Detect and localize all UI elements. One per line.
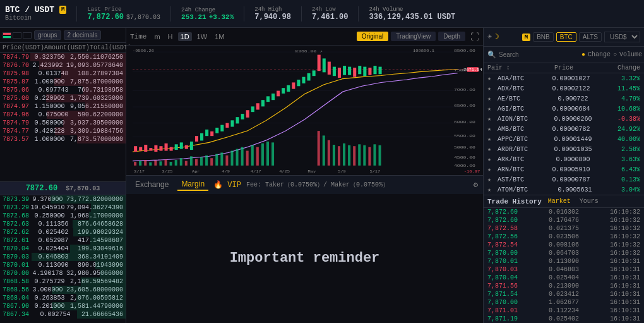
- ob-buy-icon[interactable]: [23, 32, 32, 39]
- ob-sell-icon[interactable]: [13, 32, 21, 39]
- star-icon[interactable]: ★: [487, 146, 491, 153]
- pair-list-item[interactable]: ★ ATOM/BTC 0.0005631 3.04%: [484, 185, 644, 195]
- sell-order-row[interactable]: 7874.97 1.150000 9,056.21550000: [0, 102, 126, 111]
- star-icon[interactable]: ★: [487, 126, 491, 133]
- type-depth[interactable]: Depth: [438, 32, 465, 41]
- trade-time: 16:10:31: [610, 291, 640, 298]
- pair-list-item[interactable]: ★ APPC/BTC 0.00001449 40.00%: [484, 134, 644, 144]
- alts-button[interactable]: ALTS: [579, 32, 602, 42]
- buy-order-row[interactable]: 7870.00 4.190178 32,980.95066000: [0, 269, 126, 277]
- svg-rect-77: [180, 158, 182, 166]
- star-icon[interactable]: ★: [487, 156, 491, 163]
- pair-list-item[interactable]: ★ AGI/BTC 0.00000684 10.68%: [484, 104, 644, 114]
- yours-tab[interactable]: Yours: [577, 197, 601, 205]
- buy-order-row[interactable]: 7870.01 0.113090 890.01943090: [0, 261, 126, 269]
- trade-amount: 0.112234: [549, 307, 579, 314]
- buy-order-row[interactable]: 7872.62 0.025402 199.98029324: [0, 228, 126, 236]
- interval-m[interactable]: m: [152, 32, 162, 41]
- price-col-header[interactable]: Price: [554, 64, 573, 71]
- sell-order-row[interactable]: 7876.70 2.423992 19,093.05778640: [0, 61, 126, 70]
- exchange-tab[interactable]: Exchange: [131, 179, 172, 190]
- pair-list-item[interactable]: ★ ARK/BTC 0.0000800 3.63%: [484, 154, 644, 164]
- interval-1D[interactable]: 1D: [178, 32, 192, 41]
- sell-order-row[interactable]: 7874.79 0.323750 2,550.11076250: [0, 53, 126, 61]
- sell-order-row[interactable]: 7873.57 1.000000 7,873.57000000: [0, 135, 126, 143]
- buy-order-row[interactable]: 7870.03 0.046803 368.34101409: [0, 253, 126, 261]
- trade-amount: 1.062677: [549, 299, 579, 306]
- high-value: 7,940.98: [254, 13, 291, 21]
- coin-name: Bitcoin: [5, 15, 66, 22]
- volume-label[interactable]: Volume: [619, 51, 642, 58]
- pair-list-item[interactable]: ★ ARDR/BTC 0.00001035 2.58%: [484, 144, 644, 154]
- usd-select[interactable]: USD$: [604, 32, 640, 42]
- fullscreen-button[interactable]: ⛶: [470, 32, 479, 42]
- divider2: [170, 6, 171, 21]
- trade-row: 7,872.60 0.016302 16:10:32: [484, 208, 644, 216]
- pair-price: 0.00000684: [546, 106, 590, 113]
- change-radio[interactable]: ●: [581, 51, 585, 58]
- buy-order-row[interactable]: 7868.04 0.263853 2,076.00595812: [0, 294, 126, 302]
- pair-list-item[interactable]: ★ AMB/BTC 0.00000782 24.92%: [484, 124, 644, 134]
- margin-tab[interactable]: Margin: [177, 178, 208, 191]
- buy-order-row[interactable]: 7868.56 3.000000 23,605.68000000: [0, 286, 126, 294]
- pair-list-item[interactable]: ★ AE/BTC 0.000722 4.79%: [484, 94, 644, 104]
- star-icon[interactable]: ★: [487, 85, 491, 92]
- buy-amount: 0.111356: [38, 221, 68, 228]
- buy-order-row[interactable]: 7870.04 0.025404 199.93049616: [0, 245, 126, 253]
- buy-order-row[interactable]: 7868.58 0.275729 2,169.59569482: [0, 277, 126, 286]
- svg-text:5000.00: 5000.00: [454, 145, 475, 150]
- star-icon[interactable]: ★: [487, 186, 491, 193]
- sell-order-row[interactable]: 7874.79 0.500000 3,937.39500000: [0, 119, 126, 127]
- star-icon[interactable]: ★: [487, 116, 491, 123]
- svg-rect-46: [287, 85, 290, 92]
- type-original[interactable]: Original: [357, 32, 388, 41]
- buy-order-row[interactable]: 7867.90 0.201000 1,581.44790000: [0, 302, 126, 310]
- volume-radio[interactable]: ○: [613, 51, 617, 58]
- buy-order-row[interactable]: 7873.29 10.045910 79,094.36274390: [0, 204, 126, 212]
- groups-button[interactable]: groups: [34, 30, 61, 40]
- settings-icon[interactable]: ⚙: [474, 180, 478, 190]
- buy-order-row[interactable]: 7873.39 9.370000 73,772.82000000: [0, 195, 126, 204]
- svg-rect-59: [353, 68, 356, 77]
- ob-view-icon[interactable]: [3, 32, 11, 39]
- sell-amount: 0.097743: [38, 87, 68, 94]
- interval-H[interactable]: H: [165, 32, 176, 41]
- moon-icon[interactable]: ☽: [494, 32, 499, 42]
- m-currency-badge[interactable]: M: [522, 34, 530, 41]
- decimals-button[interactable]: 2 decimals: [64, 30, 102, 40]
- buy-order-row[interactable]: 7872.63 0.111356 876.64658628: [0, 220, 126, 228]
- btc-button[interactable]: BTC: [556, 32, 576, 42]
- search-input[interactable]: [499, 51, 579, 58]
- buy-order-row[interactable]: 7872.61 0.052987 417.14598607: [0, 236, 126, 245]
- star-icon[interactable]: ★: [487, 176, 491, 183]
- pair-list-item[interactable]: ★ ARN/BTC 0.00005910 6.43%: [484, 164, 644, 174]
- sell-order-row[interactable]: 7875.00 0.220902 1,739.60325000: [0, 94, 126, 102]
- sell-order-row[interactable]: 7875.98 0.013748 108.27897304: [0, 70, 126, 78]
- sell-order-row[interactable]: 7874.77 0.420228 3,309.19884756: [0, 127, 126, 135]
- star-icon[interactable]: ★: [487, 136, 491, 143]
- pair-list-item[interactable]: ★ AION/BTC 0.00000260 -0.38%: [484, 114, 644, 124]
- sell-order-row[interactable]: 7874.96 0.075000 590.62200000: [0, 111, 126, 119]
- change-label[interactable]: Change: [588, 51, 611, 58]
- type-tradingview[interactable]: TradingView: [391, 32, 436, 41]
- star-icon[interactable]: ★: [487, 95, 491, 102]
- pair-list-item[interactable]: ★ ADX/BTC 0.00002122 11.45%: [484, 83, 644, 94]
- sun-icon[interactable]: ☀: [487, 32, 492, 42]
- sell-order-row[interactable]: 7875.06 0.097743 769.73198958: [0, 86, 126, 94]
- pair-col-header[interactable]: Pair ↕: [487, 64, 510, 71]
- sell-order-row[interactable]: 7875.87 1.000000 7,875.87000000: [0, 78, 126, 86]
- star-icon[interactable]: ★: [487, 75, 491, 82]
- change-col-header[interactable]: Change: [617, 64, 640, 71]
- bnb-button[interactable]: BNB: [533, 32, 554, 42]
- pair-list-item[interactable]: ★ ADA/BTC 0.00001027 3.32%: [484, 73, 644, 83]
- market-tab[interactable]: Market: [546, 197, 573, 205]
- star-icon[interactable]: ★: [487, 106, 491, 113]
- star-icon[interactable]: ★: [487, 166, 491, 173]
- interval-1W[interactable]: 1W: [194, 32, 210, 41]
- trade-price: 7,872.60: [487, 217, 518, 224]
- interval-1M[interactable]: 1M: [212, 32, 227, 41]
- buy-order-row[interactable]: 7867.34 0.002754 21.66665436: [0, 310, 126, 319]
- pair-name: BTC / USDT: [5, 5, 54, 15]
- buy-order-row[interactable]: 7872.68 0.250000 1,968.17000000: [0, 212, 126, 220]
- pair-list-item[interactable]: ★ AST/BTC 0.00000787 0.13%: [484, 174, 644, 185]
